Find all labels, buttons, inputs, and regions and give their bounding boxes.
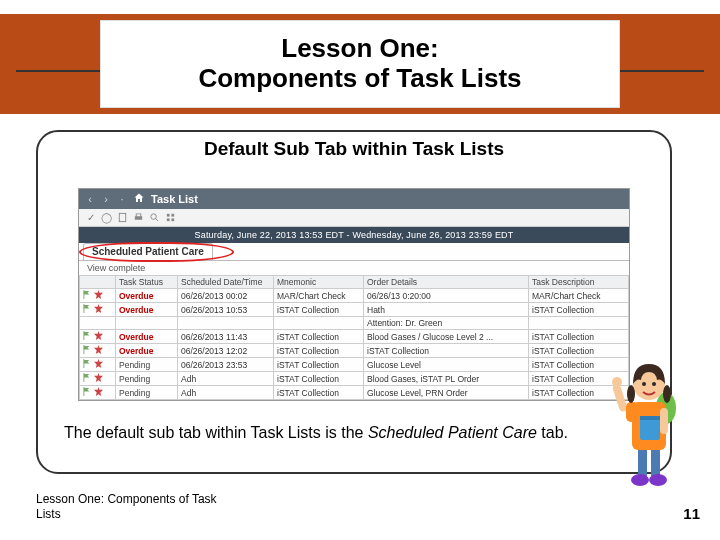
- content-card: Default Sub Tab within Task Lists ‹ › · …: [36, 130, 672, 474]
- cell-datetime: 06/26/2013 11:43: [178, 330, 274, 344]
- cell-datetime: [178, 317, 274, 330]
- tab-scheduled-patient-care[interactable]: Scheduled Patient Care: [83, 243, 213, 260]
- tab-row: Scheduled Patient Care: [79, 243, 629, 261]
- search-icon[interactable]: [149, 212, 160, 223]
- cell-status: Overdue: [116, 344, 178, 358]
- body-post: tab.: [537, 424, 568, 441]
- svg-point-34: [642, 382, 646, 386]
- svg-point-1: [151, 214, 157, 220]
- date-range-bar: Saturday, June 22, 2013 13:53 EDT - Wedn…: [79, 227, 629, 243]
- svg-marker-18: [94, 373, 103, 382]
- nav-forward-icon[interactable]: ›: [101, 194, 111, 204]
- col-icons[interactable]: [80, 276, 116, 289]
- svg-rect-13: [83, 345, 84, 354]
- view-complete-label: View complete: [79, 261, 629, 275]
- svg-point-25: [649, 474, 667, 486]
- doc-icon[interactable]: [117, 212, 128, 223]
- body-italic: Scheduled Patient Care: [368, 424, 537, 441]
- grid-icon[interactable]: [165, 212, 176, 223]
- col-order-details[interactable]: Order Details: [364, 276, 529, 289]
- star-icon: [94, 304, 103, 315]
- cell-order-details: Blood Gases / Glucose Level 2 ...: [364, 330, 529, 344]
- cell-mnemonic: iSTAT Collection: [274, 330, 364, 344]
- flag-icon: [83, 359, 92, 370]
- clipart-student-icon: [610, 350, 688, 490]
- svg-point-28: [612, 377, 622, 387]
- subtitle: Default Sub Tab within Task Lists: [48, 138, 660, 160]
- row-icons-cell: [80, 330, 116, 344]
- tab-label: Scheduled Patient Care: [92, 246, 204, 257]
- cell-mnemonic: iSTAT Collection: [274, 358, 364, 372]
- svg-rect-6: [171, 218, 174, 221]
- app-toolbar: ✓ ◯: [79, 209, 629, 227]
- svg-rect-7: [83, 290, 84, 299]
- cell-order-details: iSTAT Collection: [364, 344, 529, 358]
- table-row[interactable]: Pending06/26/2013 23:53iSTAT CollectionG…: [80, 358, 629, 372]
- star-icon: [94, 359, 103, 370]
- table-row[interactable]: Attention: Dr. Green: [80, 317, 629, 330]
- home-icon[interactable]: [133, 192, 145, 206]
- table-row[interactable]: Overdue06/26/2013 12:02iSTAT Collectioni…: [80, 344, 629, 358]
- svg-rect-17: [83, 373, 84, 382]
- cell-mnemonic: MAR/Chart Check: [274, 289, 364, 303]
- col-status[interactable]: Task Status: [116, 276, 178, 289]
- svg-rect-37: [640, 416, 660, 420]
- svg-marker-12: [94, 331, 103, 340]
- date-range-text: Saturday, June 22, 2013 13:53 EDT - Wedn…: [194, 230, 513, 240]
- circle-icon[interactable]: ◯: [101, 212, 112, 223]
- svg-rect-29: [626, 402, 638, 422]
- svg-rect-9: [83, 304, 84, 313]
- cell-order-details: Glucose Level: [364, 358, 529, 372]
- col-task-description[interactable]: Task Description: [529, 276, 629, 289]
- cell-status: Pending: [116, 372, 178, 386]
- svg-marker-16: [94, 359, 103, 368]
- table-row[interactable]: Overdue06/26/2013 10:53iSTAT CollectionH…: [80, 303, 629, 317]
- svg-point-32: [627, 385, 635, 403]
- cell-status: Pending: [116, 386, 178, 400]
- svg-rect-27: [612, 383, 628, 412]
- table-row[interactable]: PendingAdhiSTAT CollectionBlood Gases, i…: [80, 372, 629, 386]
- app-mock: ‹ › · Task List ✓ ◯ Saturday, June 22, 2…: [78, 188, 630, 401]
- col-mnemonic[interactable]: Mnemonic: [274, 276, 364, 289]
- svg-rect-23: [651, 446, 660, 476]
- nav-separator: ·: [117, 194, 127, 204]
- row-icons-cell: [80, 317, 116, 330]
- svg-rect-11: [83, 331, 84, 340]
- svg-rect-0: [119, 213, 125, 221]
- cell-order-details: Hath: [364, 303, 529, 317]
- print-icon[interactable]: [133, 212, 144, 223]
- cell-status: [116, 317, 178, 330]
- nav-back-icon[interactable]: ‹: [85, 194, 95, 204]
- table-row[interactable]: PendingAdhiSTAT CollectionGlucose Level,…: [80, 386, 629, 400]
- cell-datetime: 06/26/2013 10:53: [178, 303, 274, 317]
- slide: Lesson One: Components of Task Lists Def…: [0, 0, 720, 540]
- svg-marker-14: [94, 345, 103, 354]
- row-icons-cell: [80, 303, 116, 317]
- svg-rect-30: [660, 408, 668, 434]
- slide-title: Lesson One: Components of Task Lists: [100, 20, 620, 108]
- cell-order-details: Glucose Level, PRN Order: [364, 386, 529, 400]
- flag-icon: [83, 290, 92, 301]
- svg-rect-22: [638, 446, 647, 476]
- flag-icon: [83, 373, 92, 384]
- svg-point-24: [631, 474, 649, 486]
- svg-rect-4: [171, 214, 174, 217]
- star-icon: [94, 373, 103, 384]
- cell-datetime: Adh: [178, 386, 274, 400]
- body-paragraph: The default sub tab within Task Lists is…: [64, 423, 644, 443]
- table-header-row: Task Status Scheduled Date/Time Mnemonic…: [80, 276, 629, 289]
- check-icon[interactable]: ✓: [85, 212, 96, 223]
- table-row[interactable]: Overdue06/26/2013 00:02MAR/Chart Check06…: [80, 289, 629, 303]
- col-datetime[interactable]: Scheduled Date/Time: [178, 276, 274, 289]
- table-row[interactable]: Overdue06/26/2013 11:43iSTAT CollectionB…: [80, 330, 629, 344]
- cell-task-description: iSTAT Collection: [529, 303, 629, 317]
- cell-task-description: iSTAT Collection: [529, 330, 629, 344]
- flag-icon: [83, 387, 92, 398]
- svg-line-2: [156, 219, 158, 221]
- app-title: Task List: [151, 193, 198, 205]
- row-icons-cell: [80, 386, 116, 400]
- cell-order-details: Attention: Dr. Green: [364, 317, 529, 330]
- svg-point-33: [663, 385, 671, 403]
- svg-marker-10: [94, 304, 103, 313]
- star-icon: [94, 345, 103, 356]
